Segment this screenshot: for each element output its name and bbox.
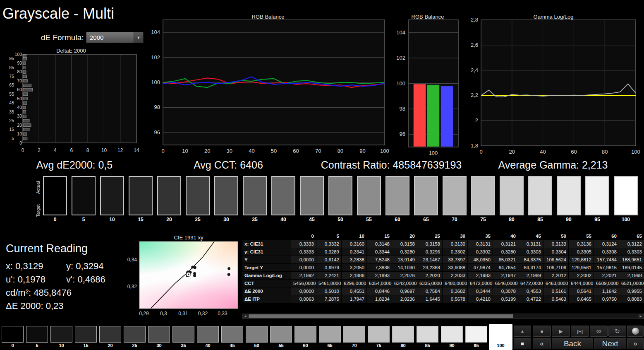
grayscale-patch-top: 85	[528, 176, 552, 222]
table-cell: 2,1989	[518, 272, 543, 280]
grayscale-patch-bottom[interactable]: 70	[342, 324, 366, 350]
grayscale-patch-bottom[interactable]: 90	[440, 324, 464, 350]
table-cell: 1,8234	[367, 295, 392, 303]
grayscale-patch-top: 95	[585, 176, 609, 222]
table-cell: 0,0000	[291, 256, 316, 264]
grayscale-patch-bottom[interactable]: 50	[245, 324, 268, 350]
grayscale-patch-bottom[interactable]: 100	[489, 324, 512, 350]
swatch-label: 10	[109, 217, 115, 222]
swatch-label: 50	[254, 343, 259, 348]
grayscale-patch-bottom[interactable]: 10	[50, 324, 73, 350]
grayscale-patch-bottom[interactable]: 30	[147, 324, 171, 350]
table-cell: 0,5161	[543, 287, 569, 295]
reading-v-prime: v': 0,4686	[66, 274, 105, 285]
svg-text:104: 104	[151, 29, 160, 35]
svg-text:100: 100	[631, 149, 640, 155]
svg-text:60: 60	[17, 87, 22, 92]
swatch-fill	[246, 326, 268, 343]
cie-chart: 0,290,30,310,320,330,340,32	[124, 232, 244, 317]
grayscale-patch-bottom[interactable]: 85	[416, 324, 439, 350]
swatch-fill	[2, 326, 24, 343]
swatch-fill	[129, 176, 153, 215]
grayscale-patch-bottom[interactable]: 45	[220, 324, 244, 350]
table-cell: 6335,0000	[417, 280, 443, 287]
svg-text:100: 100	[151, 79, 160, 85]
scroll-left-icon[interactable]: ◄	[242, 314, 248, 319]
svg-text:98: 98	[400, 106, 405, 112]
table-cell: 2,1983	[468, 272, 493, 280]
back-button[interactable]: Back	[552, 338, 593, 349]
stat-contrast-ratio: Contrast Ratio: 485847639193	[321, 159, 462, 171]
measure-h-button[interactable]: [H]	[571, 326, 589, 337]
swatch-fill	[72, 176, 96, 215]
swatch-label: 60	[395, 217, 400, 222]
grayscale-patch-bottom[interactable]: 75	[367, 324, 390, 350]
table-cell: 0,5678	[443, 295, 468, 303]
reading-y: y: 0,3294	[66, 261, 104, 272]
play-button[interactable]: ▶	[552, 326, 570, 337]
black-square-button[interactable]: ■	[514, 338, 531, 349]
table-corner	[242, 232, 291, 240]
swatch-fill	[157, 176, 181, 215]
next-button[interactable]: Next	[594, 338, 626, 349]
swatch-label: 95	[594, 217, 600, 222]
table-cell: 1,1642	[594, 287, 619, 295]
swatch-label: 0	[11, 343, 14, 348]
table-cell: 7,2875	[316, 295, 342, 303]
de-formula-dropdown[interactable]: 2000 ▼	[86, 32, 144, 43]
page-last-button[interactable]: »	[627, 338, 644, 349]
svg-text:2,2: 2,2	[471, 92, 478, 98]
table-cell: 2,0236	[392, 295, 417, 303]
table-cell: 7,3838	[367, 264, 392, 272]
table-cell: 0,3289	[316, 248, 342, 256]
grayscale-patch-bottom[interactable]: 65	[318, 324, 342, 350]
grayscale-patch-bottom[interactable]: 80	[391, 324, 415, 350]
refresh-button[interactable]: ↻	[608, 326, 626, 337]
grayscale-patch-bottom[interactable]: 15	[74, 324, 98, 350]
swatch-label: 25	[195, 217, 200, 222]
grayscale-patch-top: 100	[614, 176, 638, 222]
table-cell: 6472,0000	[468, 280, 493, 287]
grayscale-patch-bottom[interactable]: 60	[294, 324, 317, 350]
svg-text:0,34: 0,34	[127, 257, 137, 263]
grayscale-patch-bottom[interactable]: 25	[123, 324, 146, 350]
grayscale-patch-bottom[interactable]: 95	[464, 324, 488, 350]
table-cell: 0,9697	[392, 287, 417, 295]
reading-u-prime: u': 0,1978	[6, 274, 45, 285]
table-cell: 0,3131	[468, 240, 493, 248]
grayscale-patch-bottom[interactable]: 0	[1, 324, 24, 350]
scrollbar-thumb[interactable]	[249, 314, 513, 318]
reading-luminance: cd/m²: 485,8476	[6, 287, 72, 298]
page-first-button[interactable]: «	[533, 338, 551, 349]
sphere-icon	[632, 328, 639, 335]
grayscale-patch-top: 75	[471, 176, 495, 222]
swatch-fill	[528, 176, 552, 215]
scroll-right-icon[interactable]: ►	[638, 314, 644, 319]
swatch-fill	[186, 176, 210, 215]
swatch-label: 75	[376, 343, 381, 348]
svg-text:104: 104	[396, 29, 405, 36]
swatch-label: 40	[280, 217, 286, 222]
svg-text:85: 85	[9, 65, 14, 70]
grayscale-patch-bottom[interactable]: 35	[172, 324, 195, 350]
sphere-button[interactable]	[627, 326, 644, 337]
table-horizontal-scrollbar[interactable]: ◄ ►	[242, 314, 644, 319]
scroll-up-button[interactable]: ▲	[514, 326, 531, 337]
table-cell: 0,4210	[468, 295, 493, 303]
grayscale-patch-bottom[interactable]: 40	[196, 324, 220, 350]
svg-text:10: 10	[182, 148, 188, 154]
svg-text:14: 14	[134, 147, 139, 153]
measurement-table: 05101520253035404550556065x: CIE310,3333…	[242, 232, 644, 303]
table-cell: 6342,0000	[392, 280, 417, 287]
infinity-button[interactable]: ∞	[590, 326, 608, 337]
grayscale-patch-bottom[interactable]: 55	[269, 324, 293, 350]
rgb-balance-bar-canvas: 9698100102104100	[395, 12, 463, 157]
svg-text:40: 40	[249, 148, 254, 154]
grayscale-patch-bottom[interactable]: 5	[25, 324, 49, 350]
table-cell: 2,2033	[443, 272, 468, 280]
grayscale-patch-bottom[interactable]: 20	[98, 324, 122, 350]
stop-button[interactable]: ■	[533, 326, 551, 337]
svg-text:0,32: 0,32	[127, 284, 137, 290]
svg-text:70: 70	[315, 148, 321, 154]
grayscale-patch-top: 10	[100, 176, 124, 222]
